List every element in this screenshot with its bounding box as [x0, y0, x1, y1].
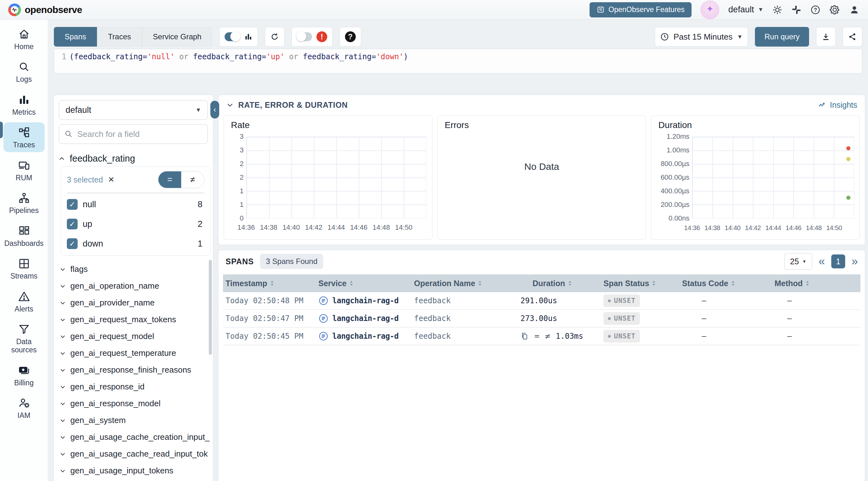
duration-data-point[interactable]: [846, 196, 850, 200]
error-filter-toggle-button[interactable]: !: [291, 27, 333, 47]
traces-icon: [18, 126, 30, 139]
download-button[interactable]: [816, 27, 836, 47]
checkbox-checked-icon[interactable]: ✓: [67, 199, 78, 210]
sidebar-item-traces[interactable]: Traces: [3, 122, 45, 152]
field-row-flags[interactable]: flags: [54, 261, 213, 277]
tab-traces[interactable]: Traces: [97, 27, 142, 47]
logo[interactable]: openobserve: [8, 3, 82, 16]
sort-icon[interactable]: [568, 280, 572, 287]
sort-icon[interactable]: [270, 280, 274, 287]
field-row-gen_ai_system[interactable]: gen_ai_system: [54, 412, 213, 429]
field-row-gen_ai_request_temperature[interactable]: gen_ai_request_temperature: [54, 345, 213, 362]
sidebar-item-label: Data sources: [5, 337, 43, 354]
duration-data-point[interactable]: [846, 146, 850, 151]
org-selector[interactable]: default ▼: [728, 5, 764, 14]
run-query-button[interactable]: Run query: [755, 27, 809, 47]
field-row-gen_ai_request_model[interactable]: gen_ai_request_model: [54, 328, 213, 345]
checkbox-checked-icon[interactable]: ✓: [67, 219, 78, 230]
field-row-gen_ai_response_finish_reasons[interactable]: gen_ai_response_finish_reasons: [54, 362, 213, 378]
field-row-gen_ai_usage_cache_read_input_tok[interactable]: gen_ai_usage_cache_read_input_tok: [54, 446, 213, 462]
next-page-button[interactable]: »: [851, 256, 858, 267]
column-header-timestamp[interactable]: Timestamp: [225, 279, 318, 288]
duration-data-point[interactable]: [846, 157, 850, 161]
tab-service-graph[interactable]: Service Graph: [142, 27, 212, 47]
sidebar-item-billing[interactable]: Billing: [3, 360, 45, 390]
chevron-down-icon[interactable]: [226, 101, 234, 109]
time-range-selector[interactable]: Past 15 Minutes ▼: [655, 27, 748, 47]
share-button[interactable]: [843, 27, 862, 47]
span-operation: feedback: [414, 314, 532, 323]
field-search-input[interactable]: [77, 129, 203, 139]
checkbox-checked-icon[interactable]: ✓: [67, 238, 78, 249]
span-row[interactable]: Today 02:50:45 PMlangchain-rag-dfeedback…: [223, 328, 860, 345]
expanded-field-header[interactable]: feedback_rating: [58, 153, 210, 164]
theme-toggle-button[interactable]: [772, 5, 782, 15]
clear-selection-icon[interactable]: ✕: [108, 175, 114, 184]
ai-assistant-button[interactable]: [701, 0, 719, 19]
field-row-gen_ai_operation_name[interactable]: gen_ai_operation_name: [54, 277, 213, 294]
column-header-method[interactable]: Method: [775, 279, 860, 288]
page-size-selector[interactable]: 25 ▼: [784, 253, 812, 270]
profile-avatar-icon[interactable]: [849, 4, 860, 15]
column-header-operation-name[interactable]: Operation Name: [414, 279, 532, 288]
field-row-gen_ai_provider_name[interactable]: gen_ai_provider_name: [54, 294, 213, 311]
sidebar-item-dashboards[interactable]: Dashboards: [3, 221, 45, 250]
field-value-down[interactable]: ✓down1: [67, 234, 204, 253]
span-row[interactable]: Today 02:50:48 PMlangchain-rag-dfeedback…: [223, 292, 860, 310]
query-editor[interactable]: 1 (feedback_rating='null' or feedback_ra…: [54, 49, 862, 73]
settings-gear-icon[interactable]: [829, 4, 840, 15]
field-row-gen_ai_usage_input_tokens[interactable]: gen_ai_usage_input_tokens: [54, 462, 213, 479]
sidebar-item-iam[interactable]: IAM: [3, 393, 45, 422]
fields-scrollbar[interactable]: [209, 260, 212, 355]
sidebar-item-logs[interactable]: Logs: [3, 57, 45, 86]
sidebar-item-home[interactable]: Home: [3, 24, 45, 54]
slack-icon[interactable]: [791, 5, 802, 15]
column-header-duration[interactable]: Duration: [532, 279, 603, 288]
not-equals-filter-button[interactable]: ≠: [181, 172, 204, 188]
value-count: 2: [198, 219, 204, 229]
sort-icon[interactable]: [805, 280, 810, 287]
sidebar-item-streams[interactable]: Streams: [3, 253, 45, 283]
openobserve-features-button[interactable]: OpenObserve Features: [590, 2, 691, 18]
sidebar-item-data-sources[interactable]: Data sources: [3, 319, 45, 357]
current-page-button[interactable]: 1: [831, 254, 845, 268]
field-row-gen_ai_response_model[interactable]: gen_ai_response_model: [54, 395, 213, 412]
x-tick: 14:46: [350, 223, 368, 232]
column-header-status-code[interactable]: Status Code: [682, 279, 775, 288]
sort-icon[interactable]: [478, 280, 482, 287]
help-icon[interactable]: ?: [810, 5, 820, 15]
sidebar-drawer-handle[interactable]: [0, 122, 3, 138]
query-help-button[interactable]: ?: [340, 27, 361, 47]
histogram-toggle[interactable]: [225, 32, 240, 41]
field-value-up[interactable]: ✓up2: [67, 214, 204, 234]
sidebar-item-rum[interactable]: RUM: [3, 155, 45, 185]
equals-filter-icon[interactable]: =: [534, 331, 539, 341]
sort-icon[interactable]: [652, 280, 656, 287]
sort-icon[interactable]: [731, 280, 735, 287]
sidebar-item-pipelines[interactable]: Pipelines: [3, 188, 45, 217]
histogram-toggle-button[interactable]: [219, 27, 258, 47]
refresh-button[interactable]: [265, 27, 284, 47]
sort-icon[interactable]: [349, 280, 353, 287]
field-row-gen_ai_request_max_tokens[interactable]: gen_ai_request_max_tokens: [54, 311, 213, 328]
panel-collapse-handle[interactable]: ‹: [210, 101, 219, 119]
column-header-service[interactable]: Service: [318, 279, 414, 288]
field-row-gen_ai_response_id[interactable]: gen_ai_response_id: [54, 378, 213, 395]
rate-chart-title: Rate: [231, 120, 250, 130]
field-row-gen_ai_usage_cache_creation_input_[interactable]: gen_ai_usage_cache_creation_input_: [54, 429, 213, 446]
tab-spans[interactable]: Spans: [54, 27, 97, 47]
insights-link[interactable]: Insights: [818, 100, 857, 110]
field-value-null[interactable]: ✓null8: [67, 194, 204, 214]
not-equals-filter-icon[interactable]: ≠: [545, 331, 550, 341]
errors-only-toggle[interactable]: [297, 32, 312, 41]
billing-icon: [18, 364, 30, 377]
stream-selector[interactable]: default ▼: [59, 100, 208, 120]
sidebar-item-alerts[interactable]: Alerts: [3, 287, 45, 316]
span-row[interactable]: Today 02:50:47 PMlangchain-rag-dfeedback…: [223, 310, 860, 328]
sidebar-item-metrics[interactable]: Metrics: [3, 90, 45, 119]
prev-page-button[interactable]: «: [818, 256, 825, 267]
column-header-span-status[interactable]: Span Status: [603, 279, 682, 288]
field-row-gen_ai_usage_output_tokens[interactable]: gen_ai_usage_output_tokens: [54, 479, 213, 481]
copy-icon[interactable]: [521, 332, 529, 340]
equals-filter-button[interactable]: =: [158, 172, 181, 188]
